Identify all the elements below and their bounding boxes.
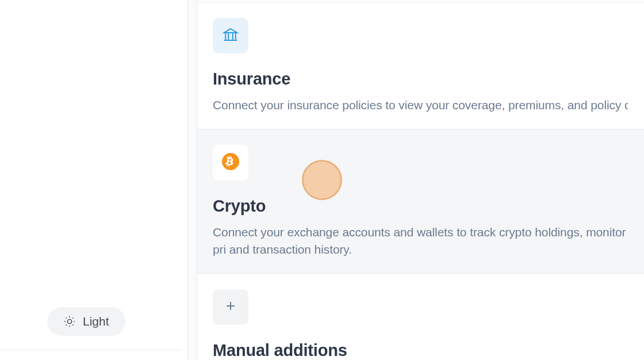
manual-icon-box xyxy=(213,289,248,325)
crypto-description: Connect your exchange accounts and walle… xyxy=(213,224,628,258)
svg-line-7 xyxy=(66,324,67,325)
insurance-description: Connect your insurance policies to view … xyxy=(213,97,628,113)
svg-line-4 xyxy=(72,324,73,325)
theme-toggle-button[interactable]: Light xyxy=(47,307,125,336)
theme-toggle-label: Light xyxy=(83,315,109,328)
bank-icon xyxy=(222,26,239,45)
crypto-icon-box xyxy=(213,145,248,181)
vertical-divider xyxy=(187,0,197,360)
crypto-title: Crypto xyxy=(213,197,628,216)
card-crypto[interactable]: Crypto Connect your exchange accounts an… xyxy=(197,129,644,274)
svg-line-8 xyxy=(72,318,73,319)
insurance-icon-box xyxy=(213,18,248,53)
sun-icon xyxy=(63,315,76,328)
main-content: Insurance Connect your insurance policie… xyxy=(197,0,644,360)
insurance-title: Insurance xyxy=(213,70,628,89)
svg-line-3 xyxy=(66,318,67,319)
card-manual-additions[interactable]: Manual additions xyxy=(197,274,644,360)
svg-point-0 xyxy=(67,319,71,323)
sidebar: Light xyxy=(0,0,181,360)
manual-title: Manual additions xyxy=(213,341,628,360)
plus-icon xyxy=(224,299,237,315)
bitcoin-icon xyxy=(221,152,240,173)
sidebar-bottom-border xyxy=(0,350,181,360)
card-insurance[interactable]: Insurance Connect your insurance policie… xyxy=(197,2,644,129)
